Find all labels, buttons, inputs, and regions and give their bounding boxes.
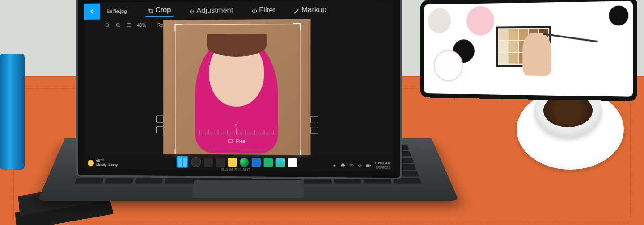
rotate-left-group — [156, 116, 163, 133]
flip-v-icon[interactable] — [311, 116, 318, 123]
zoom-out-icon[interactable] — [105, 23, 110, 28]
svg-rect-6 — [228, 140, 232, 142]
file-name: Selfie.jpg — [106, 8, 127, 14]
back-button[interactable] — [84, 4, 100, 20]
lifestyle-scene: Crop Adjustment Filter Markup — [0, 0, 644, 225]
tablet-screen — [424, 1, 633, 97]
svg-rect-5 — [127, 24, 131, 27]
app-icon-1[interactable] — [252, 158, 261, 167]
svg-rect-9 — [367, 165, 369, 167]
widgets-button[interactable] — [216, 158, 225, 167]
weather-desc: Mostly Sunny — [96, 163, 118, 167]
hand-with-brush — [514, 6, 568, 80]
flip-h-icon[interactable] — [156, 126, 163, 133]
volume-icon[interactable] — [358, 163, 363, 168]
rotation-ruler[interactable] — [199, 128, 274, 135]
rotate-right-group — [311, 116, 318, 134]
taskbar-weather[interactable]: 68°F Mostly Sunny — [88, 159, 118, 167]
aspect-ratio-selector[interactable]: Free — [228, 138, 246, 144]
wifi-icon[interactable] — [349, 163, 354, 168]
zoom-in-icon[interactable] — [115, 22, 121, 28]
separator — [152, 22, 152, 28]
photos-app-window: Crop Adjustment Filter Markup — [84, 0, 394, 171]
tablet-device — [420, 0, 637, 101]
app-icon-2[interactable] — [264, 158, 273, 167]
clock-date: 2/1/2023 — [375, 166, 391, 170]
app-icon-4[interactable] — [288, 158, 297, 167]
edge-icon[interactable] — [240, 158, 249, 167]
rotation-ruler-center-tick — [236, 128, 237, 134]
crop-frame[interactable] — [175, 24, 301, 157]
zoom-toolbar: 40% Reset — [105, 22, 169, 29]
laptop-lid: Crop Adjustment Filter Markup — [76, 0, 402, 179]
rotation-value: 0 — [235, 123, 237, 127]
makeup-black-compact-2 — [609, 5, 628, 25]
aspect-free-icon — [228, 138, 233, 144]
system-tray[interactable]: 10:00 AM 2/1/2023 — [332, 162, 390, 170]
app-icon-3[interactable] — [275, 158, 285, 167]
aspect-free-label: Free — [236, 138, 245, 143]
blue-bottle — [0, 54, 25, 170]
laptop-brand-label: SAMSUNG — [221, 167, 251, 172]
task-view-button[interactable] — [204, 158, 213, 167]
photo-canvas[interactable] — [163, 19, 310, 156]
title-bar: Selfie.jpg — [84, 0, 394, 21]
rotate-icon[interactable] — [156, 116, 163, 123]
makeup-blush — [466, 6, 494, 36]
chevron-up-icon[interactable] — [332, 163, 337, 167]
laptop: Crop Adjustment Filter Markup — [76, 0, 443, 225]
aspect-ruler — [203, 149, 270, 152]
cloud-icon[interactable] — [341, 163, 346, 168]
arrow-left-icon — [89, 8, 95, 15]
zoom-fit-icon[interactable] — [126, 22, 131, 28]
zoom-percent[interactable]: 40% — [137, 23, 146, 28]
search-button[interactable] — [191, 157, 201, 167]
aspect-icon[interactable] — [311, 127, 318, 134]
taskbar-clock[interactable]: 10:00 AM 2/1/2023 — [375, 162, 391, 170]
battery-icon[interactable] — [366, 163, 371, 168]
file-explorer-icon[interactable] — [228, 158, 237, 167]
weather-sun-icon — [88, 160, 94, 166]
svg-rect-8 — [370, 165, 371, 166]
start-button[interactable] — [177, 156, 188, 168]
